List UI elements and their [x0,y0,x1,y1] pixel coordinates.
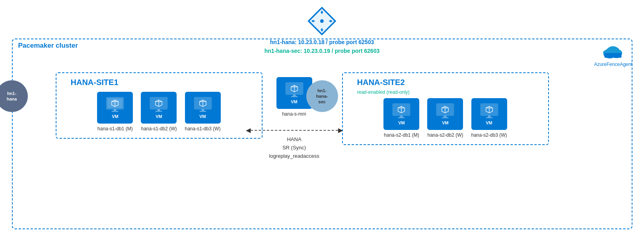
sr-label-3: logreplay_readaccess [269,152,319,161]
site1-box: HANA-SITE1 [56,72,263,139]
site2-box: HANA-SITE2 read-enabled (read-only) [342,72,549,145]
vm-icon-s2-db2: VM [427,98,463,130]
svg-rect-36 [199,111,206,112]
vm-label-s2-db2: VM [442,120,449,125]
site2-vms-row: VM hana-s2-db1 (M) [383,98,507,138]
vm-name-s1-db2: hana-s1-db2 (W) [141,126,177,132]
site1-wrapper: hn1- hana HANA-SITE1 [16,68,263,139]
svg-rect-54 [442,117,449,118]
monitor-icon-s2-db3 [479,103,499,120]
vm-label-mm: VM [291,99,298,104]
svg-rect-60 [486,117,492,118]
monitor-icon-s1-db1 [105,97,125,113]
sr-label: HANA SR (Sync) logreplay_readaccess [269,135,319,160]
vm-name-s2-db1: hana-s2-db1 (M) [384,132,419,138]
lb-secondary-label: hn1-hana-sec: 10.23.0.19 / probe port 62… [265,46,379,55]
sr-label-1: HANA [269,135,319,144]
sr-dashed-line [251,130,338,131]
vm-icon-s1-db3: VM [185,92,221,124]
vm-item-s1-db1: VM hana-s1-db1 (M) [97,92,133,132]
load-balancer-icon [308,7,337,35]
fence-agent-label: AzureFenceAgent [594,62,632,67]
site1-title: HANA-SITE1 [71,78,119,87]
site1-vms-row: VM hana-s1-db1 (M) [97,92,220,132]
vip-circle-site1: hn1- hana [0,80,28,112]
main-container: hn1-hana: 10.23.0.18 / probe port 62503 … [8,7,636,233]
svg-rect-35 [201,109,204,111]
sr-label-2: SR (Sync) [269,144,319,152]
vm-item-s1-db3: VM hana-s1-db3 (W) [185,92,221,132]
svg-rect-23 [114,109,117,111]
vm-item-s1-db2: VM hana-s1-db2 (W) [141,92,177,132]
vm-name-s1-db1: hana-s1-db1 (M) [97,126,133,132]
pacemaker-label: Pacemaker cluster [18,42,78,50]
vm-icon-s1-db2: VM [141,92,177,124]
vm-label-s1-db1: VM [112,114,119,119]
svg-rect-59 [488,116,490,117]
read-enabled-label: read-enabled (read-only) [357,89,410,95]
svg-rect-47 [400,116,403,117]
site2-wrapper: hn1- hana- sec HANA-SITE2 read-enabled (… [326,68,549,145]
vm-label-s2-db1: VM [398,120,405,125]
svg-rect-17 [605,53,622,58]
vm-item-s2-db1: VM hana-s2-db1 (M) [383,98,419,138]
monitor-icon-s2-db1 [391,103,411,120]
vm-icon-s2-db1: VM [383,98,419,130]
fence-agent-section: AzureFenceAgent [594,43,632,67]
svg-rect-30 [156,111,162,112]
svg-rect-41 [293,95,296,96]
lb-primary-label: hn1-hana: 10.23.0.18 / probe port 62503 [265,38,379,46]
vm-label-s1-db2: VM [156,114,162,119]
svg-rect-42 [291,96,298,97]
vm-name-s1-db3: hana-s1-db3 (W) [185,126,221,132]
svg-point-10 [320,19,324,23]
vm-name-s2-db2: hana-s2-db2 (W) [427,132,463,138]
svg-rect-48 [398,117,405,118]
vm-icon-s1-db1: VM [97,92,133,124]
vm-name-mm: hana-s-mm [282,111,306,117]
lb-text: hn1-hana: 10.23.0.18 / probe port 62503 … [265,38,379,56]
load-balancer-section: hn1-hana: 10.23.0.18 / probe port 62503 … [265,7,379,56]
monitor-icon-s2-db2 [435,103,455,120]
vm-label-s1-db3: VM [199,114,206,119]
sites-wrapper: hn1- hana HANA-SITE1 [16,68,628,160]
svg-rect-24 [112,111,119,112]
site2-title: HANA-SITE2 [357,78,405,87]
vm-name-s2-db3: hana-s2-db3 (W) [471,132,507,138]
svg-rect-53 [444,116,447,117]
monitor-icon-s1-db3 [193,97,213,113]
cloud-icon [601,43,625,60]
vm-label-s2-db3: VM [486,120,492,125]
vm-icon-s2-db3: VM [471,98,507,130]
monitor-icon-s1-db2 [149,97,169,113]
vm-item-s2-db3: VM hana-s2-db3 (W) [471,98,507,138]
monitor-icon-mm [284,82,304,99]
svg-rect-29 [158,109,160,111]
vm-item-s2-db2: VM hana-s2-db2 (W) [427,98,463,138]
vip-circle-site2: hn1- hana- sec [306,80,338,112]
